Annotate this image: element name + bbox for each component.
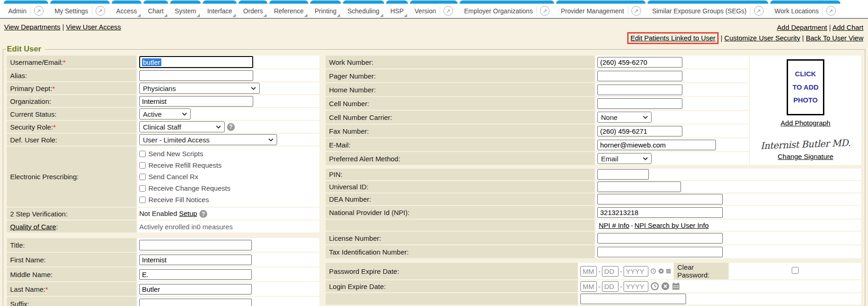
clear-date-icon[interactable] [658, 267, 664, 275]
suffix-input[interactable] [139, 299, 252, 306]
npi-info-link[interactable]: NPI # Info [599, 221, 630, 229]
middle-name-input[interactable] [139, 269, 252, 280]
dropdown-corner-icon [304, 14, 307, 17]
tab-access[interactable]: Access [112, 0, 142, 18]
year-input[interactable] [624, 281, 648, 292]
add-department-link[interactable]: Add Department [777, 23, 827, 31]
license-number-input[interactable] [597, 233, 723, 244]
change-signature-link[interactable]: Change Signature [778, 153, 834, 160]
right-links-row1: Add Department | Add Chart [627, 23, 863, 32]
username-input[interactable]: butler [139, 56, 253, 68]
tab-orders[interactable]: Orders [238, 0, 267, 18]
day-input[interactable] [602, 266, 618, 277]
tab-label: System [175, 7, 196, 15]
setup-link[interactable]: Setup [179, 210, 197, 217]
checkbox-label: Send New Scripts [148, 150, 203, 158]
checkbox[interactable] [139, 185, 146, 192]
help-icon[interactable]: ? [199, 210, 207, 218]
add-photograph-link[interactable]: Add Photograph [781, 119, 830, 127]
first-name-input[interactable] [139, 255, 252, 265]
checkbox[interactable] [139, 174, 146, 180]
tab-reference[interactable]: Reference [269, 0, 308, 18]
tax-id-input[interactable] [597, 247, 723, 257]
primary-dept-select[interactable]: Physicians [139, 83, 260, 94]
tab-hsp[interactable]: HSP [386, 0, 408, 18]
add-photo-box[interactable]: CLICK TO ADD PHOTO [787, 59, 824, 115]
checkbox[interactable] [139, 151, 146, 157]
alias-row: Alias: [7, 69, 319, 81]
npi-search-link[interactable]: NPI Search by User Info [635, 221, 709, 229]
home-number-input[interactable] [597, 85, 682, 95]
tab-employer-organizations[interactable]: Employer Organizations ↗ [460, 0, 554, 18]
external-link-icon[interactable]: ↗ [540, 6, 550, 16]
tab-interface[interactable]: Interface [203, 0, 237, 18]
pager-number-input[interactable] [597, 71, 682, 81]
option-send-new-scripts[interactable]: Send New Scripts [139, 148, 318, 159]
work-number-input[interactable] [597, 57, 682, 68]
year-input[interactable] [624, 266, 648, 277]
calendar-icon[interactable] [666, 267, 671, 275]
email-input[interactable] [597, 140, 716, 150]
partial-input[interactable] [580, 294, 686, 304]
security-role-select[interactable]: Clinical Staff [139, 121, 225, 132]
help-icon[interactable]: ? [227, 123, 235, 131]
customize-user-security-link[interactable]: Customize User Security [724, 34, 800, 42]
tab-chart[interactable]: Chart [143, 0, 168, 18]
universal-id-label: Universal ID: [326, 181, 595, 193]
tab-version[interactable]: Version ↗ [410, 0, 458, 18]
tab-admin[interactable]: Admin ↗ [4, 0, 48, 18]
chevron-down-icon [643, 157, 648, 160]
cell-carrier-select[interactable]: None [597, 112, 652, 123]
external-link-icon[interactable]: ↗ [34, 6, 44, 16]
tab-work-locations[interactable]: Work Locations ↗ [770, 0, 840, 18]
option-send-cancel-rx[interactable]: Send Cancel Rx [139, 171, 318, 182]
tab-provider-management[interactable]: Provider Management ↗ [556, 0, 646, 18]
clear-password-checkbox[interactable] [792, 267, 799, 274]
alias-input[interactable] [139, 70, 253, 81]
tab-my-settings[interactable]: My Settings ↗ [50, 0, 110, 18]
tab-system[interactable]: System [170, 0, 201, 18]
npi-links-row: NPI # Info-NPI Search by User Info [326, 220, 861, 231]
month-input[interactable] [580, 266, 597, 277]
external-link-icon[interactable]: ↗ [754, 6, 764, 16]
external-link-icon[interactable]: ↗ [443, 6, 453, 16]
tab-similar-exposure-groups[interactable]: Similar Exposure Groups (SEGs) ↗ [647, 0, 768, 18]
primary-dept-row: Primary Dept:* Physicians [7, 82, 319, 94]
current-status-select[interactable]: Active [139, 108, 191, 119]
pin-input[interactable] [597, 169, 649, 180]
username-selected-text: butler [142, 58, 161, 66]
tab-scheduling[interactable]: Scheduling [343, 0, 384, 18]
add-chart-link[interactable]: Add Chart [832, 23, 863, 31]
clock-icon[interactable] [651, 282, 659, 290]
dea-number-input[interactable] [597, 194, 723, 204]
fax-number-input[interactable] [597, 126, 682, 136]
def-user-role-select[interactable]: User - Limited Access [139, 134, 277, 145]
view-user-access-link[interactable]: View User Access [66, 23, 121, 31]
checkbox[interactable] [139, 162, 146, 169]
view-departments-link[interactable]: View Departments [4, 23, 60, 31]
external-link-icon[interactable]: ↗ [826, 6, 836, 16]
edit-patients-linked-link[interactable]: Edit Patients Linked to User [630, 34, 715, 42]
quality-of-care-link[interactable]: Quality of Care [10, 223, 56, 231]
clear-date-icon[interactable] [661, 282, 669, 290]
option-receive-refill-requests[interactable]: Receive Refill Requests [139, 159, 318, 171]
title-input[interactable] [139, 240, 252, 250]
day-input[interactable] [602, 281, 618, 292]
organization-input[interactable] [139, 96, 253, 107]
option-receive-fill-notices[interactable]: Receive Fill Notices [139, 194, 318, 205]
calendar-icon[interactable] [672, 282, 680, 290]
back-to-user-view-link[interactable]: Back To User View [806, 34, 863, 42]
npi-input[interactable] [597, 207, 723, 218]
month-input[interactable] [580, 281, 597, 292]
checkbox[interactable] [139, 197, 146, 203]
preferred-alert-select[interactable]: Email [597, 153, 652, 164]
external-link-icon[interactable]: ↗ [96, 6, 105, 16]
cell-number-input[interactable] [597, 98, 682, 109]
universal-id-input[interactable] [597, 181, 681, 192]
external-link-icon[interactable]: ↗ [631, 6, 641, 16]
last-name-input[interactable] [139, 284, 252, 295]
dropdown-corner-icon [197, 14, 200, 17]
tab-printing[interactable]: Printing [310, 0, 341, 18]
option-receive-change-requests[interactable]: Receive Change Requests [139, 182, 318, 194]
clock-icon[interactable] [651, 267, 656, 275]
